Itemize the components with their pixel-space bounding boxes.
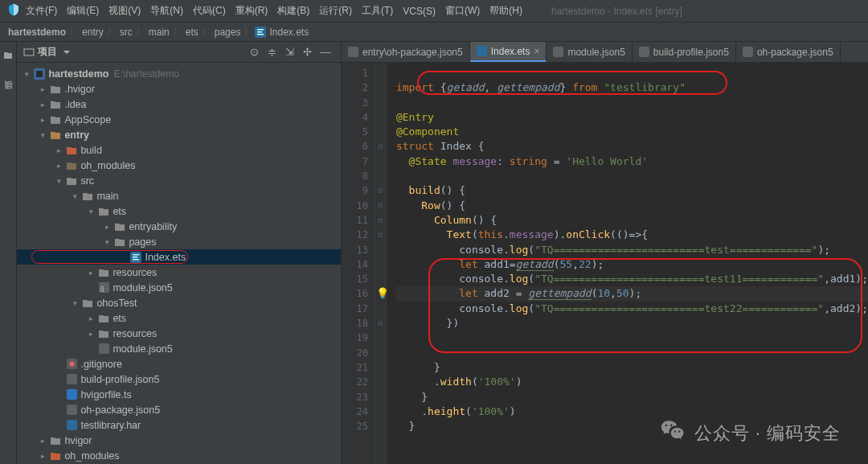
fold-gutter[interactable]: ⊟⊟⊟⊟⊟⊟ bbox=[375, 63, 387, 464]
tree-item[interactable]: ▸entryability bbox=[17, 219, 341, 234]
tree-label: entryability bbox=[129, 221, 177, 232]
crumb-entry[interactable]: entry bbox=[82, 27, 104, 38]
project-tree[interactable]: ▾ hartestdemo E:\hartestdemo ▸.hvigor ▸.… bbox=[17, 63, 341, 464]
tree-label: .gitignore bbox=[80, 359, 121, 370]
watermark-name: 编码安全 bbox=[767, 423, 841, 443]
code-editor[interactable]: import {getadd, gettempadd} from "testli… bbox=[387, 63, 868, 464]
chevron-right-icon[interactable]: ▸ bbox=[36, 85, 49, 93]
menu-refactor[interactable]: 重构(R) bbox=[235, 4, 268, 18]
tree-item[interactable]: ▾ohosTest bbox=[17, 295, 341, 310]
tree-item[interactable]: ▸oh_modules bbox=[17, 158, 341, 173]
tree-item[interactable]: ▾src bbox=[17, 173, 341, 188]
tree-item[interactable]: .gitignore bbox=[17, 356, 341, 372]
tree-item[interactable]: ▸build bbox=[17, 142, 341, 158]
locate-icon[interactable]: ⊙ bbox=[247, 44, 263, 60]
tree-item-entry[interactable]: ▾entry bbox=[17, 127, 341, 142]
tab-label: build-profile.json5 bbox=[653, 47, 729, 58]
tab-oh-package-entry[interactable]: entry\oh-package.json5 bbox=[342, 42, 470, 62]
folder-icon bbox=[49, 98, 62, 111]
collapse-icon[interactable]: ⇲ bbox=[282, 44, 298, 60]
svg-rect-27 bbox=[743, 47, 753, 57]
tree-label: oh-package.json5 bbox=[80, 404, 160, 416]
panel-dropdown[interactable] bbox=[60, 47, 73, 58]
tree-item[interactable]: build-profile.json5 bbox=[17, 372, 341, 387]
json-file-icon bbox=[65, 404, 78, 417]
tree-label: hvigor bbox=[64, 435, 92, 446]
tab-module-json[interactable]: module.json5 bbox=[547, 42, 632, 62]
menu-vcs[interactable]: VCS(S) bbox=[403, 6, 436, 17]
folder-icon bbox=[81, 190, 94, 203]
folder-icon bbox=[113, 236, 126, 248]
gear-icon[interactable]: ✢ bbox=[300, 44, 316, 60]
tree-item[interactable]: ▸hvigor bbox=[17, 433, 341, 448]
tree-item[interactable]: ▸resources bbox=[17, 326, 341, 341]
chevron-down-icon[interactable]: ▾ bbox=[20, 70, 33, 78]
tree-item[interactable]: ▸oh_modules bbox=[17, 448, 341, 463]
svg-rect-24 bbox=[477, 46, 487, 56]
crumb-project[interactable]: hartestdemo bbox=[8, 27, 66, 38]
svg-rect-25 bbox=[553, 47, 563, 57]
chevron-right-icon: 〉 bbox=[69, 25, 79, 39]
menu-bar: 文件(F) 编辑(E) 视图(V) 导航(N) 代码(C) 重构(R) 构建(B… bbox=[0, 0, 868, 23]
gitignore-file-icon bbox=[65, 358, 78, 371]
folder-icon bbox=[49, 83, 62, 96]
menu-tools[interactable]: 工具(T) bbox=[362, 4, 393, 18]
tree-item[interactable]: oh-package.json5 bbox=[17, 402, 341, 417]
editor-tabs: entry\oh-package.json5 Index.ets× module… bbox=[342, 42, 868, 63]
svg-rect-3 bbox=[257, 34, 264, 35]
menu-help[interactable]: 帮助(H) bbox=[489, 4, 522, 18]
ets-file-icon bbox=[477, 46, 487, 56]
tree-item[interactable]: ▾ets bbox=[17, 203, 341, 219]
crumb-main[interactable]: main bbox=[149, 27, 170, 38]
tree-item[interactable]: ▸resources bbox=[17, 265, 341, 280]
tree-item-index-ets[interactable]: Index.ets bbox=[17, 249, 341, 265]
menu-build[interactable]: 构建(B) bbox=[277, 4, 309, 18]
menu-edit[interactable]: 编辑(E) bbox=[67, 4, 99, 18]
tab-build-profile[interactable]: build-profile.json5 bbox=[633, 42, 736, 62]
tree-item[interactable]: ▸.hvigor bbox=[17, 81, 341, 96]
tree-item[interactable]: module.json5 bbox=[17, 341, 341, 356]
json-file-icon bbox=[348, 47, 358, 57]
json-file-icon bbox=[553, 47, 563, 57]
lightbulb-icon[interactable]: 💡 bbox=[376, 286, 389, 301]
menu-window[interactable]: 窗口(W) bbox=[445, 4, 480, 18]
tree-label: testlibrary.har bbox=[80, 420, 141, 431]
tab-index-ets[interactable]: Index.ets× bbox=[470, 42, 547, 62]
tree-item[interactable]: ▸.idea bbox=[17, 96, 341, 112]
project-rail-icon[interactable] bbox=[2, 45, 14, 64]
menu-run[interactable]: 运行(R) bbox=[319, 4, 352, 18]
tab-oh-package[interactable]: oh-package.json5 bbox=[736, 42, 841, 62]
tree-item[interactable]: ▸ets bbox=[17, 310, 341, 326]
tree-item[interactable]: hvigorfile.ts bbox=[17, 387, 341, 402]
folder-icon bbox=[65, 175, 78, 187]
crumb-src[interactable]: src bbox=[120, 27, 133, 38]
tree-root[interactable]: ▾ hartestdemo E:\hartestdemo bbox=[17, 66, 341, 81]
tree-label: module.json5 bbox=[113, 343, 172, 355]
tab-label: Index.ets bbox=[491, 46, 530, 57]
tree-label: build bbox=[80, 145, 101, 156]
tree-item[interactable]: testlibrary.har bbox=[17, 417, 341, 433]
tree-item[interactable]: {}module.json5 bbox=[17, 280, 341, 295]
svg-rect-10 bbox=[133, 259, 139, 261]
hide-icon[interactable]: — bbox=[317, 44, 334, 60]
menu-nav[interactable]: 导航(N) bbox=[150, 4, 183, 18]
expand-icon[interactable]: ≑ bbox=[264, 44, 280, 60]
menu-file[interactable]: 文件(F) bbox=[26, 4, 57, 18]
svg-rect-4 bbox=[24, 49, 34, 55]
svg-rect-8 bbox=[133, 254, 139, 256]
line-gutter[interactable]: 1234567891011121314151617181920212223242… bbox=[342, 63, 375, 464]
module-icon bbox=[33, 68, 46, 80]
menu-view[interactable]: 视图(V) bbox=[108, 4, 141, 18]
crumb-ets[interactable]: ets bbox=[186, 27, 199, 38]
crumb-file[interactable]: Index.ets bbox=[269, 27, 309, 38]
chevron-right-icon: 〉 bbox=[202, 25, 211, 39]
crumb-pages[interactable]: pages bbox=[215, 27, 241, 38]
project-panel: 项目 ⊙ ≑ ⇲ ✢ — ▾ hartestdemo E:\hartestdem… bbox=[17, 42, 342, 464]
tree-item[interactable]: ▾pages bbox=[17, 234, 341, 249]
tree-label: oh_modules bbox=[64, 450, 119, 462]
tree-item[interactable]: ▸AppScope bbox=[17, 112, 341, 127]
menu-code[interactable]: 代码(C) bbox=[193, 4, 226, 18]
close-icon[interactable]: × bbox=[534, 46, 539, 57]
tree-item[interactable]: ▾main bbox=[17, 188, 341, 203]
tab-label: entry\oh-package.json5 bbox=[362, 47, 463, 58]
